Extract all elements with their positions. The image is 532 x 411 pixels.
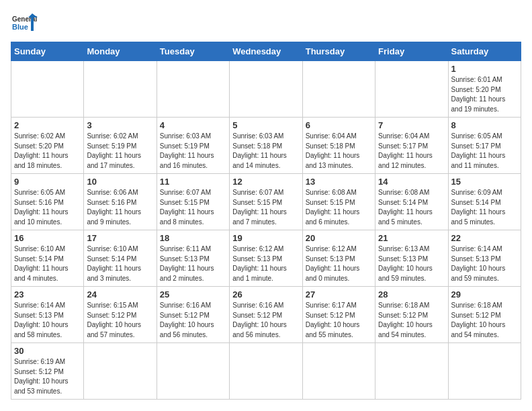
day-number: 28 <box>378 289 445 300</box>
calendar-cell: 4Sunrise: 6:03 AM Sunset: 5:19 PM Daylig… <box>157 118 229 174</box>
day-number: 7 <box>378 120 445 130</box>
day-of-week-header: Friday <box>375 42 448 61</box>
day-of-week-header: Sunday <box>11 42 84 61</box>
calendar-week-row: 9Sunrise: 6:05 AM Sunset: 5:16 PM Daylig… <box>11 174 521 230</box>
day-number: 19 <box>232 233 299 243</box>
calendar-cell <box>157 61 229 118</box>
day-number: 20 <box>306 233 372 243</box>
day-info: Sunrise: 6:13 AM Sunset: 5:13 PM Dayligh… <box>378 244 445 283</box>
calendar-cell: 8Sunrise: 6:05 AM Sunset: 5:17 PM Daylig… <box>448 118 521 174</box>
day-info: Sunrise: 6:10 AM Sunset: 5:14 PM Dayligh… <box>87 244 153 283</box>
calendar-cell: 20Sunrise: 6:12 AM Sunset: 5:13 PM Dayli… <box>302 230 375 287</box>
calendar-cell <box>11 61 84 118</box>
calendar-cell: 5Sunrise: 6:03 AM Sunset: 5:18 PM Daylig… <box>230 118 302 174</box>
calendar-cell: 15Sunrise: 6:09 AM Sunset: 5:14 PM Dayli… <box>448 174 521 230</box>
calendar-cell <box>375 61 448 118</box>
calendar-table: SundayMondayTuesdayWednesdayThursdayFrid… <box>11 42 521 400</box>
day-info: Sunrise: 6:01 AM Sunset: 5:20 PM Dayligh… <box>451 75 518 114</box>
calendar-cell: 12Sunrise: 6:07 AM Sunset: 5:15 PM Dayli… <box>230 174 302 230</box>
day-number: 4 <box>160 120 226 130</box>
day-info: Sunrise: 6:02 AM Sunset: 5:20 PM Dayligh… <box>14 132 81 171</box>
day-info: Sunrise: 6:03 AM Sunset: 5:18 PM Dayligh… <box>232 132 299 171</box>
day-number: 8 <box>451 120 518 130</box>
day-number: 17 <box>87 233 153 243</box>
calendar-cell <box>302 343 375 400</box>
day-info: Sunrise: 6:12 AM Sunset: 5:13 PM Dayligh… <box>306 244 372 283</box>
day-of-week-header: Tuesday <box>157 42 229 61</box>
calendar-cell: 7Sunrise: 6:04 AM Sunset: 5:17 PM Daylig… <box>375 118 448 174</box>
day-number: 9 <box>14 177 81 187</box>
day-info: Sunrise: 6:17 AM Sunset: 5:12 PM Dayligh… <box>306 301 372 340</box>
calendar-cell <box>448 343 521 400</box>
day-number: 3 <box>87 120 153 130</box>
day-number: 27 <box>306 289 372 300</box>
calendar-cell: 10Sunrise: 6:06 AM Sunset: 5:16 PM Dayli… <box>84 174 157 230</box>
calendar-cell: 16Sunrise: 6:10 AM Sunset: 5:14 PM Dayli… <box>11 230 84 287</box>
day-number: 25 <box>160 289 226 300</box>
day-info: Sunrise: 6:04 AM Sunset: 5:18 PM Dayligh… <box>306 132 372 171</box>
day-info: Sunrise: 6:06 AM Sunset: 5:16 PM Dayligh… <box>87 188 153 227</box>
day-info: Sunrise: 6:18 AM Sunset: 5:12 PM Dayligh… <box>451 301 518 340</box>
day-number: 21 <box>378 233 445 243</box>
day-number: 10 <box>87 177 153 187</box>
day-info: Sunrise: 6:05 AM Sunset: 5:16 PM Dayligh… <box>14 188 81 227</box>
day-of-week-header: Thursday <box>302 42 375 61</box>
calendar-cell: 19Sunrise: 6:12 AM Sunset: 5:13 PM Dayli… <box>230 230 302 287</box>
day-info: Sunrise: 6:08 AM Sunset: 5:15 PM Dayligh… <box>306 188 372 227</box>
day-info: Sunrise: 6:07 AM Sunset: 5:15 PM Dayligh… <box>232 188 299 227</box>
calendar-cell: 23Sunrise: 6:14 AM Sunset: 5:13 PM Dayli… <box>11 287 84 343</box>
calendar-cell <box>230 343 302 400</box>
calendar-cell: 11Sunrise: 6:07 AM Sunset: 5:15 PM Dayli… <box>157 174 229 230</box>
svg-text:Blue: Blue <box>12 23 28 31</box>
calendar-cell: 27Sunrise: 6:17 AM Sunset: 5:12 PM Dayli… <box>302 287 375 343</box>
day-number: 22 <box>451 233 518 243</box>
day-info: Sunrise: 6:02 AM Sunset: 5:19 PM Dayligh… <box>87 132 153 171</box>
day-info: Sunrise: 6:12 AM Sunset: 5:13 PM Dayligh… <box>232 244 299 283</box>
calendar-week-row: 2Sunrise: 6:02 AM Sunset: 5:20 PM Daylig… <box>11 118 521 174</box>
day-info: Sunrise: 6:11 AM Sunset: 5:13 PM Dayligh… <box>160 244 226 283</box>
calendar-cell: 24Sunrise: 6:15 AM Sunset: 5:12 PM Dayli… <box>84 287 157 343</box>
day-info: Sunrise: 6:05 AM Sunset: 5:17 PM Dayligh… <box>451 132 518 171</box>
day-number: 5 <box>232 120 299 130</box>
calendar-cell: 25Sunrise: 6:16 AM Sunset: 5:12 PM Dayli… <box>157 287 229 343</box>
day-of-week-header: Saturday <box>448 42 521 61</box>
calendar-cell: 18Sunrise: 6:11 AM Sunset: 5:13 PM Dayli… <box>157 230 229 287</box>
calendar-cell: 17Sunrise: 6:10 AM Sunset: 5:14 PM Dayli… <box>84 230 157 287</box>
calendar-cell: 28Sunrise: 6:18 AM Sunset: 5:12 PM Dayli… <box>375 287 448 343</box>
calendar-cell <box>157 343 229 400</box>
calendar-cell: 29Sunrise: 6:18 AM Sunset: 5:12 PM Dayli… <box>448 287 521 343</box>
calendar-cell: 9Sunrise: 6:05 AM Sunset: 5:16 PM Daylig… <box>11 174 84 230</box>
day-number: 11 <box>160 177 226 187</box>
day-number: 29 <box>451 289 518 300</box>
calendar-cell: 22Sunrise: 6:14 AM Sunset: 5:13 PM Dayli… <box>448 230 521 287</box>
day-number: 6 <box>306 120 372 130</box>
day-info: Sunrise: 6:16 AM Sunset: 5:12 PM Dayligh… <box>232 301 299 340</box>
day-of-week-header: Wednesday <box>230 42 302 61</box>
day-number: 14 <box>378 177 445 187</box>
day-number: 23 <box>14 289 81 300</box>
day-number: 30 <box>14 346 81 356</box>
day-info: Sunrise: 6:15 AM Sunset: 5:12 PM Dayligh… <box>87 301 153 340</box>
logo: General Blue <box>11 11 36 36</box>
day-number: 12 <box>232 177 299 187</box>
day-info: Sunrise: 6:14 AM Sunset: 5:13 PM Dayligh… <box>451 244 518 283</box>
calendar-cell: 21Sunrise: 6:13 AM Sunset: 5:13 PM Dayli… <box>375 230 448 287</box>
calendar-header-row: SundayMondayTuesdayWednesdayThursdayFrid… <box>11 42 521 61</box>
calendar-week-row: 16Sunrise: 6:10 AM Sunset: 5:14 PM Dayli… <box>11 230 521 287</box>
day-info: Sunrise: 6:09 AM Sunset: 5:14 PM Dayligh… <box>451 188 518 227</box>
calendar-cell <box>230 61 302 118</box>
day-number: 26 <box>232 289 299 300</box>
calendar-week-row: 30Sunrise: 6:19 AM Sunset: 5:12 PM Dayli… <box>11 343 521 400</box>
day-number: 13 <box>306 177 372 187</box>
calendar-week-row: 1Sunrise: 6:01 AM Sunset: 5:20 PM Daylig… <box>11 61 521 118</box>
day-number: 18 <box>160 233 226 243</box>
calendar-cell: 6Sunrise: 6:04 AM Sunset: 5:18 PM Daylig… <box>302 118 375 174</box>
calendar-cell <box>84 343 157 400</box>
day-number: 24 <box>87 289 153 300</box>
calendar-cell: 3Sunrise: 6:02 AM Sunset: 5:19 PM Daylig… <box>84 118 157 174</box>
calendar-cell: 13Sunrise: 6:08 AM Sunset: 5:15 PM Dayli… <box>302 174 375 230</box>
day-number: 16 <box>14 233 81 243</box>
day-of-week-header: Monday <box>84 42 157 61</box>
calendar-cell <box>375 343 448 400</box>
day-info: Sunrise: 6:07 AM Sunset: 5:15 PM Dayligh… <box>160 188 226 227</box>
